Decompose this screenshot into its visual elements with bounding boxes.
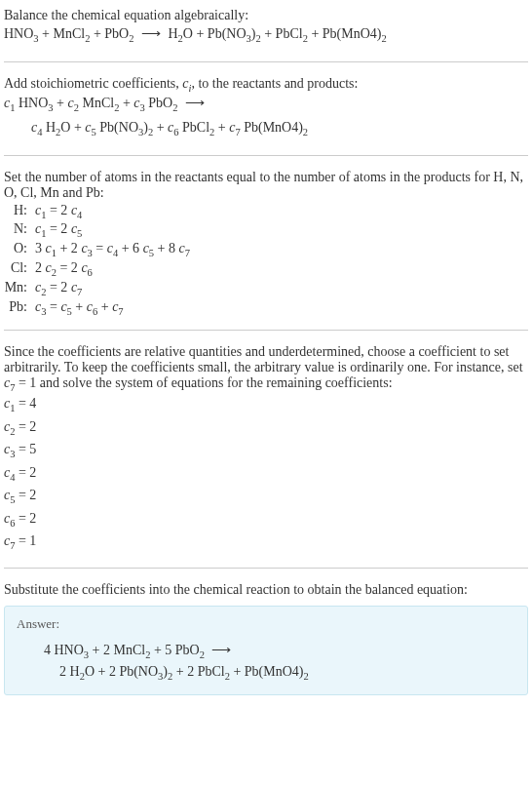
intro-section: Balance the chemical equation algebraica…: [4, 8, 528, 48]
divider: [4, 330, 528, 331]
divider: [4, 61, 528, 62]
coef-line: c7 = 1: [4, 531, 528, 554]
step1-text: Add stoichiometric coefficients, ci, to …: [4, 76, 528, 94]
atom-label: O:: [4, 241, 35, 258]
step4-text: Substitute the coefficients into the che…: [4, 582, 528, 598]
step2-section: Set the number of atoms in the reactants…: [4, 170, 528, 317]
atom-eq: c1 = 2 c5: [35, 221, 528, 239]
answer-box: Answer: 4 HNO3 + 2 MnCl2 + 5 PbO2 ⟶ 2 H2…: [4, 606, 528, 695]
atom-label: Mn:: [4, 280, 35, 297]
step1-section: Add stoichiometric coefficients, ci, to …: [4, 76, 528, 141]
step3-text: Since the coefficients are relative quan…: [4, 344, 528, 393]
step1-eq-line2: c4 H2O + c5 Pb(NO3)2 + c6 PbCl2 + c7 Pb(…: [4, 117, 528, 141]
atom-equations: H: c1 = 2 c4 N: c1 = 2 c5 O: 3 c1 + 2 c3…: [4, 203, 528, 317]
atom-eq: 2 c2 = 2 c6: [35, 260, 528, 278]
coef-line: c5 = 2: [4, 485, 528, 508]
step4-section: Substitute the coefficients into the che…: [4, 582, 528, 695]
intro-title: Balance the chemical equation algebraica…: [4, 8, 528, 23]
coef-line: c2 = 2: [4, 416, 528, 440]
step3-section: Since the coefficients are relative quan…: [4, 344, 528, 554]
intro-equation: HNO3 + MnCl2 + PbO2 ⟶ H2O + Pb(NO3)2 + P…: [4, 23, 528, 48]
coef-line: c4 = 2: [4, 462, 528, 486]
atom-eq: c3 = c5 + c6 + c7: [35, 299, 528, 317]
answer-eq-line1: 4 HNO3 + 2 MnCl2 + 5 PbO2 ⟶: [17, 640, 515, 664]
coef-line: c3 = 5: [4, 439, 528, 462]
coef-line: c1 = 4: [4, 393, 528, 416]
atom-eq: 3 c1 + 2 c3 = c4 + 6 c5 + 8 c7: [35, 241, 528, 258]
divider: [4, 568, 528, 569]
coef-list: c1 = 4 c2 = 2 c3 = 5 c4 = 2 c5 = 2 c6 = …: [4, 393, 528, 554]
divider: [4, 155, 528, 156]
atom-label: Pb:: [4, 299, 35, 317]
coef-line: c6 = 2: [4, 508, 528, 531]
atom-label: H:: [4, 203, 35, 220]
step1-eq-line1: c1 HNO3 + c2 MnCl2 + c3 PbO2 ⟶: [4, 93, 528, 117]
answer-eq-line2: 2 H2O + 2 Pb(NO3)2 + 2 PbCl2 + Pb(MnO4)2: [17, 664, 515, 682]
atom-eq: c2 = 2 c7: [35, 280, 528, 297]
answer-label: Answer:: [17, 616, 515, 632]
atom-label: N:: [4, 221, 35, 239]
atom-label: Cl:: [4, 260, 35, 278]
step2-text: Set the number of atoms in the reactants…: [4, 170, 528, 201]
atom-eq: c1 = 2 c4: [35, 203, 528, 220]
